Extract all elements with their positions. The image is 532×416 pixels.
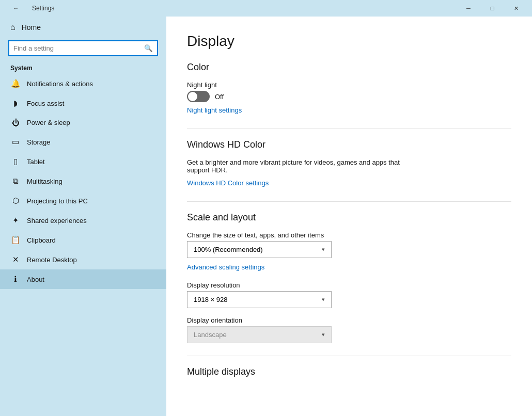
- sidebar-item-label: Notifications & actions: [27, 80, 93, 88]
- titlebar: ← Settings ─ □ ✕: [0, 0, 532, 17]
- storage-icon: ▭: [10, 137, 21, 147]
- scale-dropdown-value: 100% (Recommended): [194, 246, 263, 253]
- sidebar-item-about[interactable]: ℹ About: [0, 269, 166, 289]
- scale-field-label: Change the size of text, apps, and other…: [187, 231, 511, 239]
- shared-icon: ✦: [10, 216, 21, 225]
- search-input[interactable]: [9, 41, 140, 55]
- toggle-knob: [188, 92, 197, 101]
- divider-2: [187, 201, 511, 202]
- sidebar-item-power[interactable]: ⏻ Power & sleep: [0, 113, 166, 132]
- window-controls: ─ □ ✕: [457, 0, 528, 17]
- sidebar-item-label: Clipboard: [27, 236, 56, 244]
- resolution-dropdown-value: 1918 × 928: [194, 296, 227, 303]
- sidebar-item-multitasking[interactable]: ⧉ Multitasking: [0, 171, 166, 191]
- app-body: ⌂ Home 🔍 System 🔔 Notifications & action…: [0, 17, 532, 416]
- home-label: Home: [22, 23, 41, 31]
- scale-section-title: Scale and layout: [187, 212, 511, 223]
- sidebar-item-label: Tablet: [27, 158, 45, 166]
- color-section: Color Night light Off Night light settin…: [187, 62, 511, 116]
- sidebar: ⌂ Home 🔍 System 🔔 Notifications & action…: [0, 17, 166, 416]
- multiple-displays-title: Multiple displays: [187, 366, 511, 377]
- sidebar-item-label: Remote Desktop: [27, 256, 77, 264]
- notifications-icon: 🔔: [10, 79, 21, 88]
- scale-dropdown[interactable]: 100% (Recommended) ▾: [187, 241, 332, 258]
- sidebar-item-label: Storage: [27, 138, 51, 146]
- hdr-description: Get a brighter and more vibrant picture …: [187, 158, 419, 174]
- color-section-title: Color: [187, 62, 511, 73]
- page-title: Display: [187, 33, 511, 50]
- chevron-down-icon: ▾: [322, 331, 325, 338]
- home-icon: ⌂: [10, 23, 15, 32]
- scale-section: Scale and layout Change the size of text…: [187, 212, 511, 343]
- sidebar-item-focus[interactable]: ◗ Focus assist: [0, 93, 166, 113]
- back-button[interactable]: ←: [4, 0, 28, 17]
- sidebar-item-home[interactable]: ⌂ Home: [0, 17, 166, 38]
- advanced-scaling-link[interactable]: Advanced scaling settings: [187, 263, 264, 271]
- sidebar-item-label: Focus assist: [27, 100, 64, 107]
- app-title: Settings: [32, 5, 54, 12]
- night-light-toggle[interactable]: [187, 91, 210, 102]
- sidebar-item-label: Shared experiences: [27, 217, 87, 225]
- sidebar-item-projecting[interactable]: ⬡ Projecting to this PC: [0, 191, 166, 211]
- multiple-displays-section: Multiple displays: [187, 366, 511, 377]
- focus-icon: ◗: [10, 99, 21, 108]
- sidebar-item-shared[interactable]: ✦ Shared experiences: [0, 211, 166, 230]
- orientation-field-label: Display orientation: [187, 316, 511, 324]
- resolution-dropdown[interactable]: 1918 × 928 ▾: [187, 291, 332, 308]
- back-icon: ←: [13, 5, 19, 11]
- divider-1: [187, 129, 511, 129]
- orientation-dropdown-value: Landscape: [194, 331, 227, 339]
- sidebar-section-label: System: [0, 60, 166, 74]
- multitasking-icon: ⧉: [10, 177, 21, 186]
- maximize-button[interactable]: □: [480, 0, 504, 17]
- hdr-section-title: Windows HD Color: [187, 139, 511, 150]
- search-button[interactable]: 🔍: [140, 42, 157, 54]
- night-light-toggle-row: Off: [187, 91, 511, 102]
- sidebar-item-storage[interactable]: ▭ Storage: [0, 132, 166, 152]
- remote-icon: ✕: [10, 255, 21, 264]
- night-light-state: Off: [215, 93, 224, 101]
- resolution-field-label: Display resolution: [187, 281, 511, 289]
- hdr-settings-link[interactable]: Windows HD Color settings: [187, 179, 269, 187]
- sidebar-item-tablet[interactable]: ▯ Tablet: [0, 152, 166, 171]
- about-icon: ℹ: [10, 275, 21, 284]
- sidebar-item-label: Multitasking: [27, 178, 62, 185]
- sidebar-item-label: About: [27, 276, 44, 283]
- minimize-button[interactable]: ─: [457, 0, 480, 17]
- night-light-label: Night light: [187, 81, 511, 89]
- titlebar-left: ← Settings: [4, 0, 54, 17]
- chevron-down-icon: ▾: [322, 246, 325, 253]
- sidebar-item-remote[interactable]: ✕ Remote Desktop: [0, 250, 166, 269]
- content-area: Display Color Night light Off Night ligh…: [166, 17, 532, 416]
- hdr-section: Windows HD Color Get a brighter and more…: [187, 139, 511, 189]
- power-icon: ⏻: [10, 118, 21, 127]
- projecting-icon: ⬡: [10, 196, 21, 205]
- night-light-settings-link[interactable]: Night light settings: [187, 106, 242, 114]
- divider-3: [187, 356, 511, 356]
- chevron-down-icon: ▾: [322, 296, 325, 303]
- orientation-dropdown: Landscape ▾: [187, 326, 332, 343]
- close-button[interactable]: ✕: [504, 0, 528, 17]
- tablet-icon: ▯: [10, 157, 21, 166]
- sidebar-item-label: Projecting to this PC: [27, 197, 88, 205]
- sidebar-item-clipboard[interactable]: 📋 Clipboard: [0, 230, 166, 250]
- sidebar-item-label: Power & sleep: [27, 119, 70, 126]
- sidebar-item-notifications[interactable]: 🔔 Notifications & actions: [0, 74, 166, 93]
- search-box: 🔍: [8, 40, 158, 56]
- clipboard-icon: 📋: [10, 235, 21, 245]
